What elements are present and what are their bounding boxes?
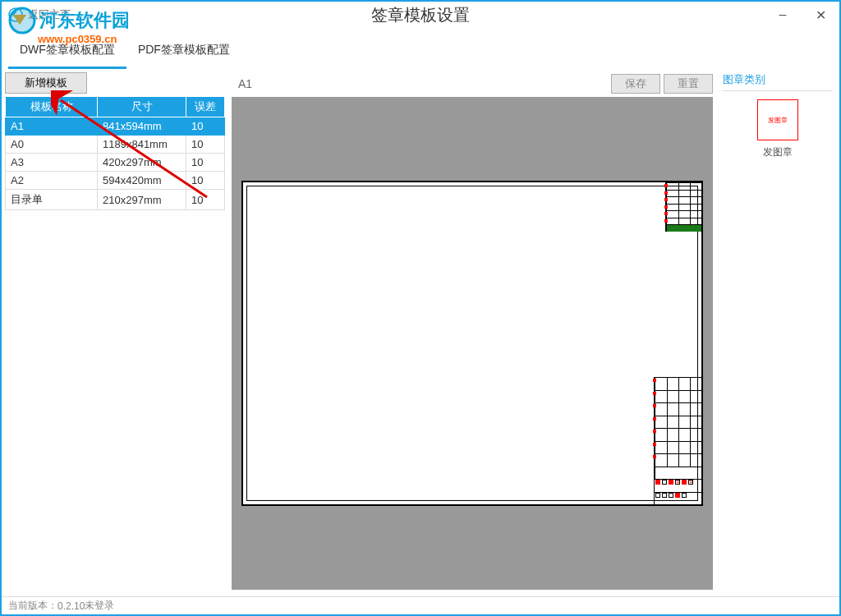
drawing-sheet: ✕✕: [241, 181, 704, 506]
table-row[interactable]: A01189x841mm10: [6, 136, 225, 154]
col-name: 模板名称: [6, 97, 98, 117]
preview-canvas[interactable]: ✕✕: [232, 97, 713, 590]
close-button[interactable]: ✕: [802, 2, 839, 28]
cell-size: 420x297mm: [98, 154, 186, 172]
cell-size: 1189x841mm: [98, 136, 186, 154]
cell-name: A2: [6, 172, 98, 190]
title-block: ✕✕: [654, 182, 701, 504]
table-row[interactable]: A2594x420mm10: [6, 172, 225, 190]
cell-size: 210x297mm: [98, 190, 186, 210]
stamp-category-panel: 图章类别 发图章 发图章: [716, 69, 839, 593]
cell-tol: 10: [186, 190, 225, 210]
titlebar: 返回主页 签章模板设置 – ✕: [2, 2, 839, 28]
template-list-panel: 新增模板 模板名称 尺寸 误差 A1841x594mm10A01189x841m…: [2, 69, 228, 593]
tab-dwf-config[interactable]: DWF签章模板配置: [8, 38, 126, 69]
cell-name: 目录单: [6, 190, 98, 210]
cell-tol: 10: [186, 136, 225, 154]
table-row[interactable]: A3420x297mm10: [6, 154, 225, 172]
cell-tol: 10: [186, 117, 225, 136]
statusbar: 当前版本： 0.2.10 未登录: [2, 596, 839, 614]
status-version: 0.2.10: [57, 600, 85, 612]
back-label[interactable]: 返回主页: [28, 7, 71, 22]
window-title: 签章模板设置: [371, 4, 470, 26]
table-row[interactable]: A1841x594mm10: [6, 117, 225, 136]
status-version-prefix: 当前版本：: [8, 599, 57, 613]
current-template-name: A1: [232, 77, 608, 90]
tabs: DWF签章模板配置 PDF签章模板配置: [2, 28, 839, 69]
cell-tol: 10: [186, 154, 225, 172]
template-table: 模板名称 尺寸 误差 A1841x594mm10A01189x841mm10A3…: [5, 96, 225, 210]
stamp-item[interactable]: 发图章 发图章: [723, 99, 833, 159]
reset-button[interactable]: 重置: [664, 74, 713, 94]
back-icon[interactable]: [8, 7, 23, 22]
col-tolerance: 误差: [186, 97, 225, 117]
save-button[interactable]: 保存: [611, 74, 660, 94]
cell-size: 841x594mm: [98, 117, 186, 136]
stamp-thumbnail: 发图章: [757, 99, 798, 140]
cell-size: 594x420mm: [98, 172, 186, 190]
cell-name: A0: [6, 136, 98, 154]
col-size: 尺寸: [98, 97, 186, 117]
stamp-category-title: 图章类别: [723, 72, 833, 91]
cell-name: A3: [6, 154, 98, 172]
tab-pdf-config[interactable]: PDF签章模板配置: [126, 38, 241, 69]
preview-panel: A1 保存 重置: [228, 69, 716, 593]
cell-tol: 10: [186, 172, 225, 190]
status-login: 未登录: [85, 599, 114, 613]
table-row[interactable]: 目录单210x297mm10: [6, 190, 225, 210]
add-template-button[interactable]: 新增模板: [5, 72, 87, 94]
cell-name: A1: [6, 117, 98, 136]
stamp-label: 发图章: [763, 145, 793, 159]
minimize-button[interactable]: –: [764, 2, 802, 28]
svg-point-2: [9, 8, 22, 21]
